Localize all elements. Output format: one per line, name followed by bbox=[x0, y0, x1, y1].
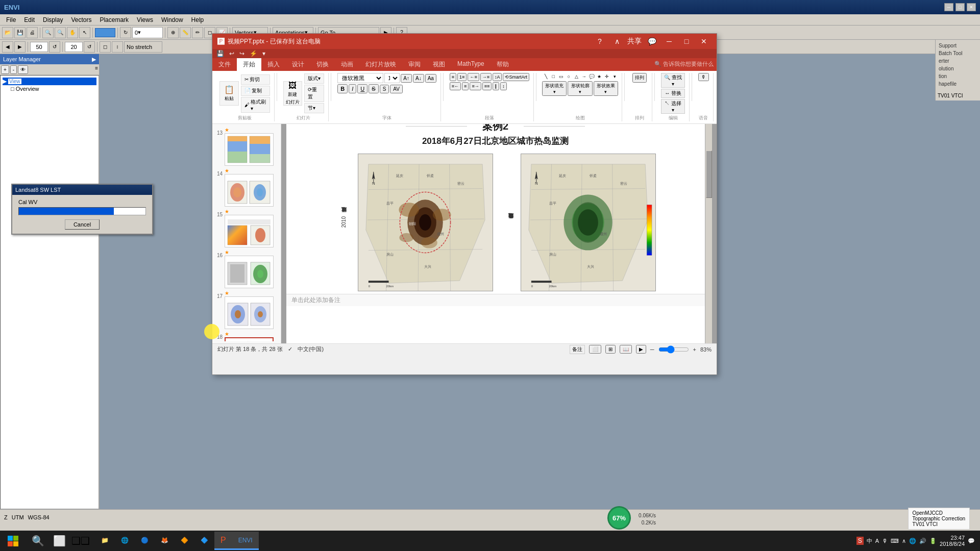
shape-star[interactable]: ★ bbox=[596, 73, 603, 80]
bullet-btn[interactable]: ≡ bbox=[450, 73, 456, 81]
taskbar-search-btn[interactable]: 🔍 bbox=[28, 531, 48, 551]
menu-window[interactable]: Window bbox=[157, 15, 187, 24]
lm-remove-btn[interactable]: - bbox=[10, 65, 17, 74]
font-size-select[interactable]: 18 bbox=[384, 73, 400, 83]
find-btn[interactable]: 🔍 查找▾ bbox=[661, 73, 685, 88]
convert-smartart-btn[interactable]: ⟲SmartArt bbox=[503, 73, 529, 81]
ppt-tab-help[interactable]: 帮助 bbox=[491, 58, 515, 71]
bold-btn[interactable]: B bbox=[337, 84, 348, 93]
indent-dec-btn[interactable]: ←≡ bbox=[468, 73, 479, 81]
shadow-btn[interactable]: S bbox=[380, 85, 389, 93]
tb-zoom-in-btn[interactable]: 🔍 bbox=[42, 27, 54, 38]
slide-bottom-note[interactable]: 单击此处添加备注 bbox=[286, 294, 705, 306]
slide-thumb-18[interactable]: 18 ★ 案例2 2018年北京热岛监测 bbox=[214, 331, 279, 341]
tb2-box-btn[interactable]: ◻ bbox=[100, 41, 111, 53]
scrollbar-thumb-v[interactable] bbox=[706, 151, 712, 198]
shape-round-rect[interactable]: ▭ bbox=[557, 73, 565, 80]
menu-file[interactable]: File bbox=[2, 15, 20, 24]
lm-add-btn[interactable]: + bbox=[1, 65, 9, 74]
tb-zoom-out-btn[interactable]: 🔍 bbox=[55, 27, 66, 38]
taskbar-firefoxbtn[interactable]: 🦊 bbox=[155, 532, 175, 550]
shape-effect-btn[interactable]: 形状效果▾ bbox=[594, 81, 618, 96]
tb-rotation-dropdown[interactable]: 0▾ bbox=[132, 27, 163, 38]
tray-input2-icon[interactable]: A bbox=[875, 538, 879, 544]
tray-input-icon[interactable]: 中 bbox=[867, 537, 872, 545]
slide-thumb-15[interactable]: 15 ★ bbox=[214, 209, 279, 247]
tb2-value-input[interactable] bbox=[65, 42, 83, 52]
layout-btn[interactable]: 版式▾ bbox=[304, 73, 324, 84]
ppt-help-btn[interactable]: ? bbox=[592, 35, 607, 48]
tb-nav-btn[interactable]: ⊕ bbox=[167, 27, 179, 38]
tray-speaker-icon[interactable]: 🔊 bbox=[919, 538, 926, 544]
lm-eye-btn[interactable]: 👁 bbox=[18, 65, 28, 74]
line-spacing-btn[interactable]: ↕ bbox=[500, 82, 507, 90]
align-left-btn[interactable]: ≡← bbox=[450, 82, 461, 90]
layer-view-item[interactable]: ▶ View bbox=[3, 78, 96, 85]
tb-select-btn[interactable]: ↖ bbox=[79, 27, 90, 38]
new-slide-btn[interactable]: 🖼 新建 幻灯片 bbox=[283, 81, 303, 106]
tb2-apply-btn[interactable]: ↺ bbox=[84, 41, 95, 53]
ppt-present-btn[interactable]: ▶ bbox=[636, 345, 646, 354]
ppt-zoom-plus-btn[interactable]: + bbox=[693, 346, 696, 353]
ppt-tab-transition[interactable]: 切换 bbox=[310, 58, 335, 71]
layer-manager-collapse-btn[interactable]: ▶ bbox=[92, 56, 96, 63]
ppt-share-btn[interactable]: 共享 bbox=[627, 35, 642, 48]
taskbar-cortana-btn[interactable]: ⬜ bbox=[49, 531, 69, 551]
paste-btn[interactable]: 📋 粘贴 bbox=[219, 81, 239, 106]
slide-img-16[interactable] bbox=[225, 256, 274, 288]
tray-net-icon[interactable]: 🌐 bbox=[909, 538, 916, 544]
font-family-select[interactable]: 微软雅黑 bbox=[337, 73, 383, 83]
ppt-slide-view-btn[interactable]: ⬜ bbox=[589, 345, 601, 354]
ppt-notes-btn[interactable]: 备注 bbox=[570, 345, 585, 354]
layer-overview-item[interactable]: □ Overview bbox=[3, 85, 96, 92]
tray-battery-icon[interactable]: 🔋 bbox=[929, 538, 937, 544]
ppt-redo-icon[interactable]: ↪ bbox=[239, 50, 244, 57]
ppt-tab-insert[interactable]: 插入 bbox=[261, 58, 286, 71]
ppt-grid-view-btn[interactable]: ⊞ bbox=[605, 345, 616, 354]
tb2-prev-btn[interactable]: ◀ bbox=[2, 41, 13, 53]
envi-close-btn[interactable]: ✕ bbox=[967, 3, 976, 11]
tray-mic-icon[interactable]: 🎙 bbox=[882, 538, 888, 544]
slide-thumb-17[interactable]: 17 ★ bbox=[214, 290, 279, 329]
ppt-tell-me[interactable]: 🔍 告诉我你想要做什么 bbox=[651, 58, 717, 71]
taskbar-other1-btn[interactable]: 🔶 bbox=[175, 532, 194, 550]
shape-line[interactable]: ╲ bbox=[542, 73, 549, 80]
slide-img-13[interactable] bbox=[225, 133, 274, 166]
taskbar-explorer-btn[interactable]: 📁 bbox=[95, 532, 115, 550]
shape-outline-btn[interactable]: 形状轮廓▾ bbox=[568, 81, 592, 96]
tb-rotate-btn[interactable]: ↻ bbox=[120, 27, 131, 38]
text-dir-btn[interactable]: ↕A bbox=[493, 73, 502, 81]
taskbar-ie-btn[interactable]: 🌐 bbox=[115, 532, 135, 550]
ann-support[interactable]: Support bbox=[938, 42, 978, 49]
section-btn[interactable]: 节▾ bbox=[304, 103, 324, 113]
ann-tion[interactable]: tion bbox=[938, 72, 978, 80]
spacing-btn[interactable]: AV bbox=[390, 85, 403, 93]
align-center-btn[interactable]: ≡ bbox=[462, 82, 469, 90]
menu-edit[interactable]: Edit bbox=[20, 15, 39, 24]
menu-vectors[interactable]: Vectors bbox=[67, 15, 95, 24]
shape-triangle[interactable]: △ bbox=[573, 73, 580, 80]
slide-thumb-13[interactable]: 13 ★ bbox=[214, 127, 279, 166]
numbered-btn[interactable]: 1≡ bbox=[457, 73, 467, 81]
taskbar-other2-btn[interactable]: 🔷 bbox=[194, 532, 214, 550]
clear-format-btn[interactable]: Aa bbox=[425, 74, 436, 83]
ppt-tab-view[interactable]: 视图 bbox=[427, 58, 451, 71]
tb2-next-btn[interactable]: ▶ bbox=[14, 41, 26, 53]
arrange-btn[interactable]: 排列 bbox=[632, 73, 647, 83]
font-decrease-btn[interactable]: A↓ bbox=[413, 74, 424, 83]
ppt-zoom-minus-btn[interactable]: ─ bbox=[650, 346, 654, 353]
font-increase-btn[interactable]: A↑ bbox=[401, 74, 412, 83]
ppt-tab-slideshow[interactable]: 幻灯片放映 bbox=[359, 58, 402, 71]
ppt-ribbon-collapse-btn[interactable]: ∧ bbox=[609, 35, 625, 48]
slide-thumb-16[interactable]: 16 ★ bbox=[214, 249, 279, 288]
shape-rect[interactable]: □ bbox=[550, 73, 557, 80]
ppt-restore-btn[interactable]: □ bbox=[679, 35, 694, 48]
taskbar-task-view-btn[interactable]: ❑❑ bbox=[70, 531, 91, 551]
tb-measure-btn[interactable]: 📏 bbox=[180, 27, 191, 38]
tb2-stretch-dropdown[interactable]: No stretch bbox=[124, 41, 162, 53]
format-painter-btn[interactable]: 🖌格式刷▾ bbox=[241, 97, 270, 113]
slide-img-14[interactable] bbox=[225, 174, 274, 207]
taskbar-ppt-app[interactable]: P bbox=[214, 532, 232, 550]
shape-fill-btn[interactable]: 形状填充▾ bbox=[542, 81, 567, 96]
speech-btn[interactable]: 🎙 bbox=[698, 73, 709, 81]
